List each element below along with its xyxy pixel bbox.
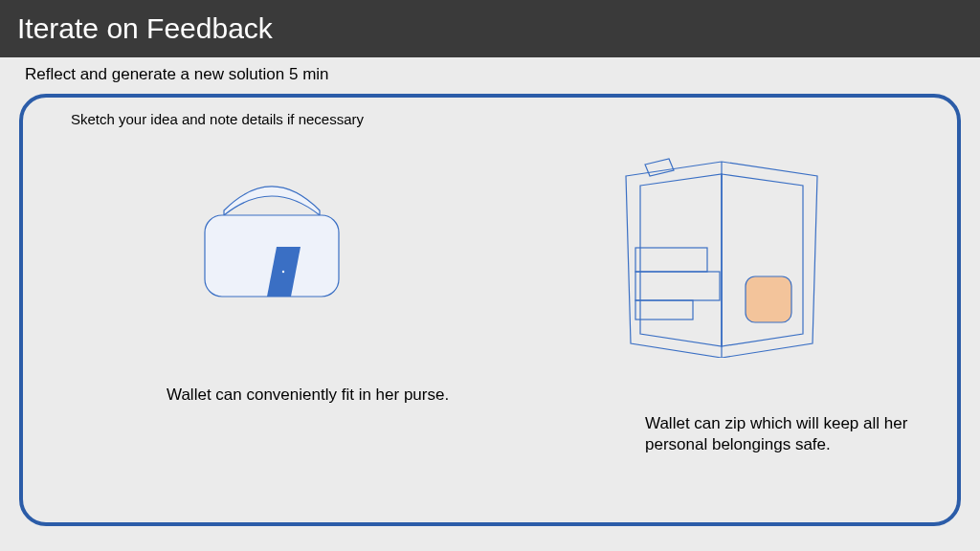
svg-rect-11 (746, 276, 791, 322)
purse-icon (186, 172, 358, 306)
svg-rect-8 (635, 248, 707, 272)
slide-header: Iterate on Feedback (0, 0, 980, 57)
svg-rect-10 (635, 300, 693, 320)
slide-title: Iterate on Feedback (17, 12, 273, 45)
svg-rect-9 (635, 272, 720, 300)
svg-marker-5 (640, 174, 722, 346)
wallet-icon (616, 157, 827, 358)
right-caption: Wallet can zip which will keep all her p… (645, 413, 942, 455)
card-label: Sketch your idea and note details if nec… (71, 111, 364, 127)
svg-marker-7 (645, 159, 674, 176)
purse-sketch (186, 172, 358, 306)
wallet-sketch (616, 157, 827, 358)
slide-subheading: Reflect and generate a new solution 5 mi… (0, 57, 980, 84)
sketch-card: Sketch your idea and note details if nec… (19, 94, 961, 526)
svg-point-2 (282, 271, 284, 273)
left-caption: Wallet can conveniently fit in her purse… (167, 385, 511, 406)
